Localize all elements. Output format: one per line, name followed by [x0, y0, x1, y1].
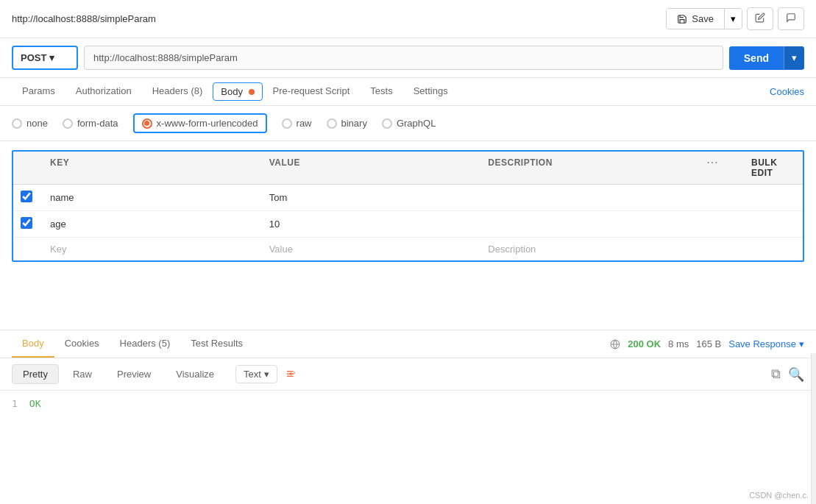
response-tab-headers[interactable]: Headers (5) — [110, 330, 181, 358]
format-tab-raw[interactable]: Raw — [62, 364, 103, 384]
row2-key-cell[interactable]: age — [43, 213, 262, 235]
line-number-1: 1 — [12, 398, 18, 409]
radio-circle-urlencoded — [142, 118, 152, 129]
save-button-group: Save ▾ — [666, 8, 742, 29]
col-checkbox — [13, 152, 43, 184]
tab-authorization[interactable]: Authorization — [65, 78, 142, 105]
save-response-label: Save Response — [728, 338, 796, 349]
radio-urlencoded-label: x-www-form-urlencoded — [157, 118, 258, 129]
save-response-button[interactable]: Save Response ▾ — [728, 338, 804, 349]
globe-icon — [610, 339, 620, 349]
comment-button[interactable] — [778, 7, 804, 30]
tab-settings[interactable]: Settings — [403, 78, 458, 105]
format-tab-preview[interactable]: Preview — [106, 364, 162, 384]
row1-extra-cell — [744, 192, 803, 204]
params-table: KEY VALUE DESCRIPTION ··· Bulk Edit name… — [12, 150, 804, 262]
body-dot-indicator — [249, 89, 255, 95]
method-chevron-icon: ▾ — [49, 52, 54, 63]
save-caret-button[interactable]: ▾ — [724, 9, 742, 29]
send-button[interactable]: Send — [729, 46, 784, 70]
tab-prerequest[interactable]: Pre-request Script — [263, 78, 361, 105]
col-description-header: DESCRIPTION — [480, 152, 700, 184]
radio-circle-none — [12, 118, 22, 129]
radio-none[interactable]: none — [12, 118, 48, 129]
row2-checkbox[interactable] — [21, 217, 32, 229]
method-label: POST — [21, 52, 46, 63]
row1-checkbox[interactable] — [21, 191, 32, 202]
url-input[interactable] — [84, 46, 723, 70]
search-icon[interactable]: 🔍 — [788, 366, 804, 383]
format-tab-pretty[interactable]: Pretty — [12, 364, 59, 384]
tab-params[interactable]: Params — [12, 78, 65, 105]
radio-circle-formdata — [63, 118, 73, 129]
method-select[interactable]: POST ▾ — [12, 46, 78, 70]
response-tab-testresults[interactable]: Test Results — [180, 330, 253, 358]
send-button-group: Send ▾ — [729, 46, 804, 70]
radio-formdata[interactable]: form-data — [63, 118, 118, 129]
text-type-dropdown[interactable]: Text ▾ — [235, 365, 277, 383]
request-tabs: Params Authorization Headers (8) Body Pr… — [0, 78, 816, 106]
footer-credit: CSDN @chen.c. — [749, 491, 809, 500]
radio-graphql[interactable]: GraphQL — [382, 118, 436, 129]
save-icon — [677, 14, 687, 24]
row2-more-cell — [700, 219, 744, 230]
col-key-header: KEY — [43, 152, 262, 184]
row2-description-cell[interactable] — [480, 219, 700, 230]
table-row: name Tom — [13, 185, 803, 211]
empty-key-cell[interactable]: Key — [43, 238, 262, 260]
save-button[interactable]: Save — [667, 9, 724, 29]
row2-value-cell[interactable]: 10 — [262, 213, 481, 235]
top-bar: http://localhost:8888/simpleParam Save ▾ — [0, 0, 816, 38]
radio-raw[interactable]: raw — [282, 118, 312, 129]
response-time: 8 ms — [668, 338, 689, 349]
copy-icon[interactable]: ⧉ — [771, 366, 781, 383]
save-label: Save — [692, 13, 714, 24]
row1-key-cell[interactable]: name — [43, 186, 262, 209]
cookies-link[interactable]: Cookies — [770, 86, 804, 97]
tab-headers[interactable]: Headers (8) — [142, 78, 213, 105]
response-status-bar: 200 OK 8 ms 165 B Save Response ▾ — [610, 338, 804, 349]
text-type-chevron-icon: ▾ — [264, 369, 269, 380]
response-ok-value: OK — [29, 398, 41, 409]
empty-description-cell[interactable]: Description — [480, 238, 700, 260]
top-bar-actions: Save ▾ — [666, 7, 804, 30]
table-row: age 10 — [13, 211, 803, 238]
edit-button[interactable] — [747, 7, 773, 30]
edit-icon — [755, 13, 765, 23]
col-bulkedit-header[interactable]: Bulk Edit — [744, 152, 803, 184]
col-value-header: VALUE — [262, 152, 481, 184]
radio-raw-label: raw — [297, 118, 312, 129]
format-bar-actions: ⧉ 🔍 — [771, 366, 804, 383]
radio-binary-label: binary — [341, 118, 367, 129]
right-scrollbar[interactable] — [811, 353, 816, 504]
save-response-chevron-icon: ▾ — [799, 338, 804, 349]
response-body: 1OK — [0, 391, 816, 416]
row2-checkbox-cell — [13, 211, 43, 237]
radio-binary[interactable]: binary — [327, 118, 367, 129]
wrap-icon[interactable]: ≡↩ — [286, 366, 300, 382]
comment-icon — [786, 13, 796, 23]
url-bar: POST ▾ Send ▾ — [0, 38, 816, 78]
radio-circle-raw — [282, 118, 292, 129]
empty-more-cell — [700, 244, 744, 255]
radio-graphql-label: GraphQL — [397, 118, 436, 129]
empty-value-cell[interactable]: Value — [262, 238, 481, 260]
more-icon[interactable]: ··· — [707, 157, 719, 168]
empty-space — [0, 271, 816, 330]
tab-tests[interactable]: Tests — [360, 78, 402, 105]
response-tab-body[interactable]: Body — [12, 330, 54, 358]
radio-circle-graphql — [382, 118, 392, 129]
empty-checkbox-cell — [13, 244, 43, 255]
radio-urlencoded[interactable]: x-www-form-urlencoded — [133, 113, 267, 133]
format-tab-visualize[interactable]: Visualize — [165, 364, 225, 384]
row1-value-cell[interactable]: Tom — [262, 186, 481, 209]
row1-description-cell[interactable] — [480, 192, 700, 204]
tab-body[interactable]: Body — [213, 82, 262, 101]
response-tab-cookies[interactable]: Cookies — [54, 330, 110, 358]
radio-none-label: none — [26, 118, 48, 129]
table-header: KEY VALUE DESCRIPTION ··· Bulk Edit — [13, 152, 803, 185]
empty-extra-cell — [744, 244, 803, 255]
send-caret-button[interactable]: ▾ — [784, 46, 804, 69]
body-type-options: none form-data x-www-form-urlencoded raw… — [0, 106, 816, 141]
response-status-code: 200 OK — [628, 338, 661, 349]
